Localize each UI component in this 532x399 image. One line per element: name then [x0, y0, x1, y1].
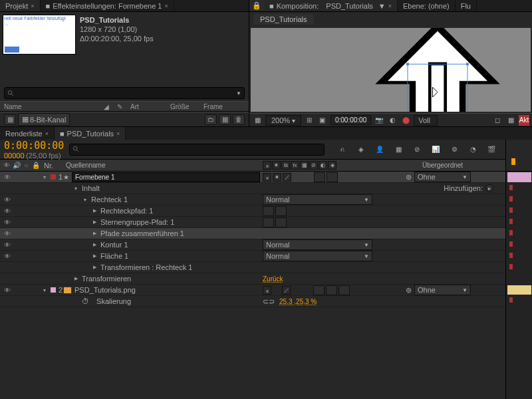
- brainstorm-icon[interactable]: ⚙: [447, 143, 462, 156]
- visibility-toggle[interactable]: 👁: [3, 253, 12, 260]
- mode-toggle[interactable]: [313, 285, 325, 295]
- mode-toggle[interactable]: [314, 172, 325, 182]
- path-toggle[interactable]: [275, 217, 287, 227]
- playhead-icon[interactable]: [509, 158, 518, 168]
- twirl-icon[interactable]: [91, 207, 98, 214]
- twirl-icon[interactable]: [91, 219, 98, 225]
- twirl-icon[interactable]: [91, 264, 98, 271]
- path-toggle[interactable]: [275, 206, 287, 216]
- layer-row[interactable]: 👁 1 ★ ⁎ ✷ ／ ⊚ Ohne▼: [0, 172, 505, 183]
- mask-icon[interactable]: ▣: [317, 115, 328, 126]
- close-icon[interactable]: ×: [164, 3, 168, 9]
- tab-effect-settings[interactable]: ■Effekteinstellungen: Formebene 1×: [41, 0, 174, 11]
- shape-group-row[interactable]: 👁 Rechteck 1 Normal▼: [0, 194, 505, 205]
- shape-path-row[interactable]: 👁 Rechteckpfad: 1: [0, 205, 505, 217]
- shy-switch-icon[interactable]: ⁎: [263, 161, 271, 170]
- label-color[interactable]: [51, 287, 56, 293]
- keyframe-marker[interactable]: [509, 207, 513, 213]
- visibility-toggle[interactable]: 👁: [3, 241, 12, 249]
- scale-property-row[interactable]: ⏱ Skalierung ⊂⊃ 25,3 ,25,3 %: [0, 296, 505, 307]
- frame-counter[interactable]: 00000 (25,00 fps): [4, 152, 64, 160]
- trackmatte-toggle[interactable]: [327, 172, 338, 182]
- tab-render-queue[interactable]: Renderliste×: [0, 127, 55, 140]
- quality-icon[interactable]: ⧉: [281, 161, 290, 170]
- resolution-dropdown[interactable]: Voll: [414, 115, 438, 126]
- col-nr[interactable]: Nr.: [44, 162, 53, 170]
- keyframe-marker[interactable]: [509, 241, 513, 247]
- channel-icon[interactable]: ◐: [387, 115, 398, 126]
- col-type[interactable]: Art: [126, 103, 166, 110]
- collapse-switch[interactable]: ✷: [273, 173, 281, 182]
- tab-timeline-comp[interactable]: ■PSD_Tutorials×: [55, 127, 126, 140]
- scale-value[interactable]: 25,3 ,25,3 %: [279, 298, 317, 305]
- path-toggle[interactable]: [263, 217, 274, 227]
- collapse-icon[interactable]: ✷: [272, 161, 281, 170]
- layer-name-input[interactable]: [72, 172, 260, 182]
- shy-switch[interactable]: ⁎: [263, 173, 271, 182]
- region-icon[interactable]: ◻: [492, 115, 503, 126]
- keyframe-marker[interactable]: [509, 219, 513, 224]
- tab-project[interactable]: Projekt×: [0, 0, 41, 11]
- shy-icon[interactable]: 👤: [372, 143, 387, 156]
- comp-breadcrumb[interactable]: PSD_Tutorials: [253, 14, 314, 25]
- parent-dropdown[interactable]: Ohne▼: [414, 285, 471, 295]
- frame-blend-icon[interactable]: ▦: [391, 143, 406, 156]
- visibility-toggle[interactable]: 👁: [3, 207, 12, 215]
- close-icon[interactable]: ×: [388, 3, 392, 9]
- interpret-footage-icon[interactable]: ▦: [4, 114, 16, 125]
- col-source[interactable]: Quellenname: [63, 162, 263, 169]
- project-search-input[interactable]: ▼: [4, 87, 245, 99]
- tab-composition[interactable]: ■Komposition: PSD_Tutorials▼×: [264, 0, 398, 11]
- pickwhip-icon[interactable]: ⊚: [406, 286, 412, 295]
- twirl-icon[interactable]: [82, 196, 88, 203]
- timeline-track-area[interactable]: [505, 140, 532, 399]
- keyframe-marker[interactable]: [509, 253, 513, 258]
- active-camera-badge[interactable]: Akt: [519, 115, 529, 126]
- quality-switch[interactable]: ／: [282, 286, 291, 295]
- motionblur-icon[interactable]: ⊘: [309, 161, 318, 170]
- col-frames[interactable]: Frame: [200, 103, 227, 110]
- close-icon[interactable]: ×: [31, 3, 34, 9]
- arrow-shape[interactable]: [364, 28, 511, 112]
- twirl-icon[interactable]: [91, 230, 98, 237]
- rgb-icon[interactable]: ⬤: [400, 115, 411, 126]
- close-icon[interactable]: ×: [116, 130, 120, 137]
- visibility-toggle[interactable]: 👁: [3, 219, 12, 226]
- fill-row[interactable]: 👁 Fläche 1 Normal▼: [0, 251, 505, 262]
- shape-path-row[interactable]: 👁 Sternengruppe-Pfad: 1: [0, 217, 505, 228]
- twirl-icon[interactable]: [72, 185, 79, 192]
- layer-bar[interactable]: [507, 285, 531, 295]
- quality-switch[interactable]: ／: [283, 173, 291, 182]
- keyframe-marker[interactable]: [509, 185, 513, 190]
- col-parent[interactable]: Übergeordnet: [422, 162, 495, 169]
- col-name[interactable]: Name: [0, 103, 80, 110]
- tab-flu[interactable]: Flu: [456, 0, 477, 11]
- composition-viewport[interactable]: [251, 28, 531, 112]
- merge-paths-row[interactable]: 👁 Pfade zusammenführen 1: [0, 228, 505, 239]
- twirl-icon[interactable]: [91, 253, 98, 259]
- solo-icon[interactable]: ○: [23, 162, 31, 169]
- auto-keyframe-icon[interactable]: ◔: [466, 143, 480, 156]
- parent-dropdown[interactable]: Ohne▼: [414, 172, 471, 182]
- keyframe-marker[interactable]: [509, 297, 513, 303]
- pickwhip-icon[interactable]: ⊚: [406, 173, 412, 182]
- layer-bar[interactable]: [507, 172, 531, 182]
- visibility-toggle[interactable]: 👁: [3, 174, 12, 181]
- add-shape-button[interactable]: Hinzufügen:▸: [444, 184, 493, 192]
- trackmatte-toggle[interactable]: [326, 285, 337, 295]
- trash-icon[interactable]: 🗑: [233, 114, 245, 125]
- motion-blur-icon[interactable]: ⊘: [410, 143, 424, 156]
- new-comp-icon[interactable]: ▦: [219, 114, 231, 125]
- blend-mode-dropdown[interactable]: Normal▼: [263, 251, 372, 261]
- reset-link[interactable]: Zurück: [263, 275, 283, 283]
- visibility-toggle[interactable]: 👁: [3, 287, 12, 294]
- comp-mini-icon[interactable]: ⎌: [335, 143, 350, 156]
- content-group-row[interactable]: Inhalt Hinzufügen:▸: [0, 183, 505, 194]
- visibility-icon[interactable]: 👁: [3, 162, 11, 169]
- label-icon[interactable]: ✎: [113, 103, 126, 110]
- bit-depth-toggle[interactable]: ▦8-Bit-Kanal: [18, 113, 70, 126]
- stopwatch-icon[interactable]: ⏱: [82, 297, 89, 305]
- stroke-row[interactable]: 👁 Kontur 1 Normal▼: [0, 239, 505, 251]
- new-folder-icon[interactable]: 🗀: [205, 114, 217, 125]
- blend-mode-dropdown[interactable]: Normal▼: [263, 239, 372, 250]
